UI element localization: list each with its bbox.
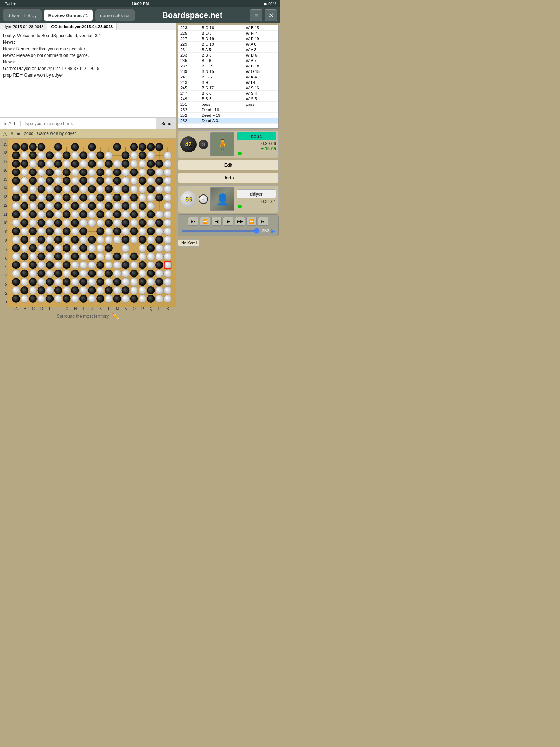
game-tabs: dyer-2015-04-28-0048 GO-bobc-ddyer-2015-… (0, 23, 176, 30)
black-player-panel: 42 3 🧍 bobc 0:39:06 + 15:05 (178, 130, 279, 158)
app-title: Boardspace.net (137, 11, 248, 20)
log-line-0: Lobby: Welcome to BoardSpace client, ver… (3, 32, 174, 39)
table-row[interactable]: 225B O 7W N 7 (178, 31, 278, 36)
main-content: dyer-2015-04-28-0048 GO-bobc-ddyer-2015-… (0, 23, 280, 374)
log-line-2: News: Remember that you are a spectator. (3, 46, 174, 52)
table-row[interactable]: 223B C 16W B 15 (178, 25, 278, 31)
tab-lobby[interactable]: ddyer - Lobby (3, 9, 42, 21)
table-row[interactable]: 241B G 5W K 4 (178, 74, 278, 80)
board-container[interactable] (8, 139, 176, 307)
playback-panel: ⏮ ⏪ ◀ ▶ ▶▶ ⏩ ⏭ 252 ▶ (178, 214, 279, 236)
col-labels: A B C D E F G H I J K L M N O P Q R S (4, 307, 172, 311)
black-player-avatar: 🧍 (210, 132, 234, 156)
black-online-dot (238, 152, 242, 155)
chat-bar: To ALL: Send (0, 117, 176, 129)
chat-input[interactable] (21, 121, 156, 126)
row-8: 8 (1, 237, 7, 245)
row-10: 10 (1, 219, 7, 227)
game-tab-0[interactable]: dyer-2015-04-28-0048 (0, 23, 47, 30)
playback-slider-row: 252 ▶ (181, 228, 275, 234)
row-13: 13 (1, 193, 7, 201)
pb-fwd10[interactable]: ▶▶ (235, 217, 245, 226)
row-9: 9 (1, 228, 7, 236)
chat-to-label: To ALL: (0, 121, 21, 126)
col-I: I (80, 307, 88, 311)
table-row[interactable]: 227B D 19W E 19 (178, 36, 278, 42)
send-button[interactable]: Send (156, 118, 176, 129)
log-line-1: News: (3, 39, 174, 46)
game-tab-1[interactable]: GO-bobc-ddyer-2015-04-28-0048 (47, 23, 117, 30)
status-left: iPad ✈ (4, 1, 16, 6)
col-N: N (122, 307, 129, 311)
col-D: D (38, 307, 46, 311)
edit-button[interactable]: Edit (178, 160, 279, 170)
table-row[interactable]: 252Dead I 16 (178, 107, 278, 113)
status-bar: iPad ✈ 10:09 PM ▶ 92% (0, 0, 280, 7)
status-right: ▶ 92% (264, 1, 276, 6)
pb-ffwd[interactable]: ⏩ (246, 217, 257, 226)
tab-review[interactable]: Review Games #1 (44, 9, 93, 21)
black-player-info: bobc 0:39:06 + 15:05 (237, 132, 276, 156)
pb-back10[interactable]: ⏪ (200, 217, 210, 226)
battery-label: ▶ 92% (264, 1, 276, 6)
table-row[interactable]: 239B N 15W O 15 (178, 69, 278, 74)
row-16: 16 (1, 166, 7, 174)
tab-selector[interactable]: game selector (95, 9, 135, 21)
row-14: 14 (1, 184, 7, 192)
table-row[interactable]: 251passpass (178, 102, 278, 107)
pencil-icon: ✏️ (112, 312, 120, 320)
table-row[interactable]: 237B F 19W H 18 (178, 63, 278, 69)
row-18: 18 (1, 149, 7, 157)
row-2: 2 (1, 290, 7, 298)
playback-slider[interactable] (181, 230, 260, 232)
instructions-text: Surround the most territory (57, 314, 109, 319)
instructions-area: Surround the most territory ✏️ (55, 311, 121, 322)
row-12: 12 (1, 202, 7, 210)
right-panel: 223B C 16W B 15225B O 7W N 7227B D 19W E… (176, 23, 280, 374)
row-1: 1 (1, 298, 7, 306)
table-row[interactable]: 249B S 3W S 5 (178, 96, 278, 102)
white-online-dot (238, 205, 242, 208)
move-counter: 252 (262, 228, 269, 233)
black-player-bonus: + 15:05 (237, 146, 276, 151)
undo-button[interactable]: Undo (178, 173, 279, 183)
pb-last[interactable]: ⏭ (258, 217, 268, 226)
white-player-name-btn[interactable]: ddyer (237, 189, 276, 198)
row-17: 17 (1, 158, 7, 166)
table-row[interactable]: 252Dead F 19 (178, 113, 278, 118)
col-B: B (22, 307, 29, 311)
black-captures: 3 (199, 140, 208, 149)
col-H: H (72, 307, 79, 311)
pb-fwd1[interactable]: ▶ (223, 217, 233, 226)
circle-icon: ● (17, 131, 20, 136)
white-player-panel: 56 4 👤 ddyer 0:24:01 (178, 185, 279, 213)
col-P: P (139, 307, 146, 311)
game-status-bar: △ # ● bobc : Game won by ddyer (0, 129, 176, 138)
triangle-icon: △ (3, 131, 7, 136)
black-player-name-btn[interactable]: bobc (237, 132, 276, 140)
log-line-6: prop RE = Game won by ddyer (3, 72, 174, 78)
table-row[interactable]: 252Dead A 3 (178, 118, 278, 124)
table-row[interactable]: 231B A 5W A 3 (178, 47, 278, 53)
row-11: 11 (1, 210, 7, 218)
table-row[interactable]: 233B B 3W D 6 (178, 53, 278, 58)
pb-first[interactable]: ⏮ (188, 217, 198, 226)
table-row[interactable]: 247B K 6W S 4 (178, 91, 278, 96)
white-captures: 4 (199, 194, 208, 204)
playback-buttons: ⏮ ⏪ ◀ ▶ ▶▶ ⏩ ⏭ (181, 217, 275, 226)
pb-back1[interactable]: ◀ (211, 217, 222, 226)
no-komi-button[interactable]: No Komi (178, 239, 200, 247)
move-counter-arrow: ▶ (271, 228, 275, 234)
table-row[interactable]: 243B H 5W I 4 (178, 80, 278, 85)
board-wrapper: 19 18 17 16 15 14 13 12 11 10 9 8 7 6 5 … (1, 139, 176, 307)
table-row[interactable]: 245B S 17W S 16 (178, 85, 278, 91)
table-row[interactable]: 229B C 19W A 6 (178, 42, 278, 47)
row-7: 7 (1, 245, 7, 253)
table-row[interactable]: 235B F 6W A 7 (178, 58, 278, 63)
close-button[interactable]: ✕ (265, 9, 277, 21)
col-Q: Q (147, 307, 155, 311)
row-5: 5 (1, 263, 7, 271)
menu-button[interactable]: ≡ (250, 9, 262, 21)
move-list[interactable]: 223B C 16W B 15225B O 7W N 7227B D 19W E… (178, 25, 279, 129)
white-stone-count: 56 (180, 191, 197, 207)
